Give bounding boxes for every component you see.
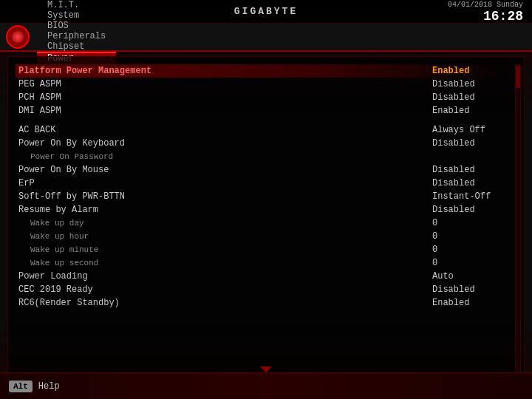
setting-name-soft-off: Soft-Off by PWR-BTTN	[18, 191, 125, 202]
setting-row-wake-second[interactable]: Wake up second0	[16, 256, 509, 270]
help-text: Help	[38, 381, 60, 392]
alt-badge: Alt	[9, 381, 33, 392]
setting-value-wake-minute: 0	[432, 245, 506, 255]
setting-row-resume-alarm[interactable]: Resume by AlarmDisabled	[16, 203, 509, 216]
setting-row-wake-day[interactable]: Wake up day0	[16, 216, 509, 230]
setting-value-soft-off: Instant-Off	[432, 191, 506, 202]
main-area: Platform Power ManagementEnabledPEG ASPM…	[7, 56, 525, 381]
setting-row-wake-hour[interactable]: Wake up hour0	[16, 230, 509, 243]
setting-row-erp[interactable]: ErPDisabled	[16, 177, 509, 190]
setting-value-pch-aspm: Disabled	[432, 92, 506, 103]
setting-value-power-on-keyboard: Disabled	[432, 138, 506, 149]
setting-row-peg-aspm[interactable]: PEG ASPMDisabled	[16, 78, 509, 91]
bottom-deco	[260, 366, 272, 372]
setting-row-power-on-password[interactable]: Power On Password	[16, 150, 509, 163]
setting-row-soft-off[interactable]: Soft-Off by PWR-BTTNInstant-Off	[16, 190, 509, 203]
setting-value-wake-second: 0	[432, 258, 506, 268]
setting-row-power-on-keyboard[interactable]: Power On By KeyboardDisabled	[16, 137, 509, 150]
setting-value-wake-hour: 0	[432, 231, 506, 242]
nav-item-peripherals[interactable]: Peripherals	[37, 31, 116, 41]
scroll-indicator[interactable]	[515, 64, 521, 375]
nav-item-system[interactable]: System	[37, 10, 116, 21]
setting-name-cec2019: CEC 2019 Ready	[18, 284, 93, 295]
setting-row-platform-power[interactable]: Platform Power ManagementEnabled	[16, 64, 509, 78]
setting-name-platform-power: Platform Power Management	[18, 66, 151, 76]
settings-list: Platform Power ManagementEnabledPEG ASPM…	[8, 61, 524, 313]
nav-item-bios[interactable]: BIOS	[37, 21, 116, 31]
setting-value-rc6: Enabled	[432, 298, 506, 308]
logo-icon	[6, 25, 30, 49]
brand-title: GIGABYTE	[234, 6, 298, 17]
setting-value-erp: Disabled	[432, 178, 506, 188]
setting-value-ac-back: Always Off	[432, 125, 506, 135]
setting-value-cec2019: Disabled	[432, 284, 506, 295]
setting-name-wake-second: Wake up second	[18, 259, 98, 267]
setting-value-power-on-mouse: Disabled	[432, 165, 506, 175]
nav-item-chipset[interactable]: Chipset	[37, 41, 116, 52]
setting-row-dmi-aspm[interactable]: DMI ASPMEnabled	[16, 104, 509, 117]
setting-name-wake-hour: Wake up hour	[18, 232, 89, 241]
bottom-bar: Alt Help	[0, 372, 532, 399]
setting-name-peg-aspm: PEG ASPM	[18, 79, 61, 89]
setting-name-ac-back: AC BACK	[18, 125, 55, 135]
setting-name-dmi-aspm: DMI ASPM	[18, 106, 61, 116]
setting-name-pch-aspm: PCH ASPM	[18, 92, 61, 103]
nav-item-mit[interactable]: M.I.T.	[37, 0, 116, 10]
setting-row-ac-back[interactable]: AC BACKAlways Off	[16, 123, 509, 137]
setting-name-wake-minute: Wake up minute	[18, 245, 98, 254]
setting-name-power-loading: Power Loading	[18, 271, 88, 282]
setting-row-power-loading[interactable]: Power LoadingAuto	[16, 270, 509, 283]
setting-row-cec2019[interactable]: CEC 2019 ReadyDisabled	[16, 283, 509, 296]
datetime: 04/01/2018 Sunday 16:28	[448, 0, 523, 23]
setting-row-rc6[interactable]: RC6(Render Standby)Enabled	[16, 296, 509, 310]
setting-value-dmi-aspm: Enabled	[432, 106, 506, 116]
setting-row-pch-aspm[interactable]: PCH ASPMDisabled	[16, 91, 509, 104]
setting-value-resume-alarm: Disabled	[432, 205, 506, 215]
setting-row-wake-minute[interactable]: Wake up minute0	[16, 243, 509, 256]
navbar: M.I.T.SystemBIOSPeripheralsChipsetPowerS…	[0, 24, 532, 52]
setting-value-peg-aspm: Disabled	[432, 79, 506, 89]
setting-value-power-loading: Auto	[432, 271, 506, 282]
setting-name-erp: ErP	[18, 178, 35, 188]
setting-name-wake-day: Wake up day	[18, 219, 84, 228]
spacer-spacer1	[16, 117, 509, 123]
time-display: 16:28	[483, 8, 523, 23]
setting-name-power-on-password: Power On Password	[18, 152, 113, 161]
setting-name-power-on-keyboard: Power On By Keyboard	[18, 138, 125, 149]
scroll-thumb	[516, 66, 520, 88]
setting-name-power-on-mouse: Power On By Mouse	[18, 165, 109, 175]
setting-value-platform-power: Enabled	[432, 66, 506, 76]
setting-name-rc6: RC6(Render Standby)	[18, 298, 120, 308]
setting-row-power-on-mouse[interactable]: Power On By MouseDisabled	[16, 163, 509, 177]
logo-inner	[12, 31, 24, 43]
setting-value-wake-day: 0	[432, 218, 506, 228]
setting-name-resume-alarm: Resume by Alarm	[18, 205, 98, 215]
